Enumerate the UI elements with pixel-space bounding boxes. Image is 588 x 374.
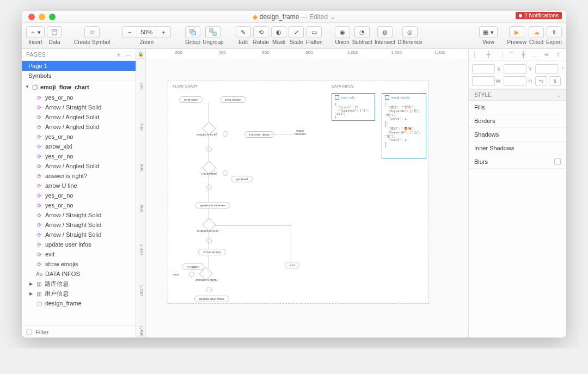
node-init-user[interactable]: init user datas: [244, 131, 274, 138]
zoom-in-button[interactable]: ＋: [156, 26, 171, 38]
ruler-vertical[interactable]: 2004006008001,0001,2001,400: [136, 59, 146, 338]
intersect-button[interactable]: ◍: [377, 26, 393, 38]
rotate-button[interactable]: ⟲: [253, 26, 268, 38]
style-section[interactable]: Borders: [469, 114, 566, 128]
collapse-pages-icon[interactable]: ︿: [125, 51, 132, 59]
node-update-user[interactable]: update user infos: [194, 296, 229, 302]
mask-button[interactable]: ◐: [271, 26, 286, 38]
zoom-out-button[interactable]: −: [122, 26, 137, 38]
layer-row[interactable]: ⟳yes_or_no: [22, 200, 136, 210]
disclosure-triangle-icon[interactable]: ▶: [29, 281, 33, 286]
distribute-v-icon[interactable]: ⇳: [554, 51, 562, 59]
ruler-lock-icon[interactable]: 🔒: [136, 49, 146, 59]
connector-6[interactable]: [189, 272, 194, 277]
disclosure-triangle-icon[interactable]: ▶: [29, 291, 33, 296]
page-row[interactable]: Page 1: [22, 61, 136, 71]
add-page-icon[interactable]: ＋: [115, 51, 122, 59]
blur-checkbox[interactable]: [554, 158, 561, 165]
node-emg-start[interactable]: emg start: [179, 96, 203, 103]
filter-input[interactable]: [35, 329, 131, 335]
align-right-icon[interactable]: ⎹: [496, 51, 504, 59]
zoom-value[interactable]: 50%: [137, 26, 156, 38]
subtract-button[interactable]: ◔: [354, 26, 370, 38]
layer-row[interactable]: ⟳Arrow / Straight Solid: [22, 102, 136, 112]
connector-1[interactable]: [223, 131, 228, 137]
layer-row[interactable]: ⟳update user infos: [22, 240, 136, 249]
layer-row[interactable]: ⟳Arrow / Angled Solid: [22, 122, 136, 132]
y-input[interactable]: [504, 64, 526, 74]
node-try-again[interactable]: try again: [182, 263, 204, 270]
cloud-button[interactable]: ☁: [529, 26, 544, 38]
layer-row[interactable]: ⟳yes_or_no: [22, 191, 136, 200]
notifications-badge[interactable]: 2 Notifications: [516, 12, 562, 19]
close-window-button[interactable]: [28, 14, 35, 20]
union-button[interactable]: ◉: [335, 26, 350, 38]
zoom-window-button[interactable]: [49, 14, 56, 20]
disclosure-triangle-icon[interactable]: ▼: [25, 84, 29, 89]
flip-h-button[interactable]: ⇋: [535, 76, 547, 86]
data-card-user-info[interactable]: user_info { "score": 13, "finished": ["1…: [332, 93, 375, 121]
layer-row[interactable]: ⟳arrow_xixi: [22, 142, 136, 151]
node-show-emojis[interactable]: show emojis: [198, 249, 226, 255]
h-input[interactable]: [504, 76, 526, 86]
data-button[interactable]: [47, 26, 62, 38]
connector-4[interactable]: [206, 185, 212, 190]
export-button[interactable]: ⇪: [547, 26, 562, 38]
layer-row[interactable]: ⟳exit: [22, 249, 136, 259]
scale-button[interactable]: ⤢: [289, 26, 304, 38]
align-center-v-icon[interactable]: ╋: [519, 51, 527, 59]
layer-row[interactable]: AaDATA INFOS: [22, 269, 136, 279]
distribute-h-icon[interactable]: ⇹: [543, 51, 550, 59]
layer-row[interactable]: ▶▥用户信息: [22, 289, 136, 298]
layer-row[interactable]: ▢design_frame: [22, 298, 136, 308]
style-section[interactable]: Shadows: [469, 128, 566, 142]
rotation-input[interactable]: [535, 64, 558, 74]
filter-icon[interactable]: [26, 329, 32, 335]
connector-3[interactable]: [223, 170, 228, 176]
node-get-level[interactable]: get level: [231, 176, 253, 182]
style-section[interactable]: Fills: [469, 101, 566, 114]
style-section[interactable]: Inner Shadows: [469, 142, 566, 155]
connector-7[interactable]: [206, 287, 212, 292]
style-collapse-icon[interactable]: ⌄: [556, 92, 561, 98]
ungroup-button[interactable]: [205, 26, 220, 38]
layers-root[interactable]: ▼ ▢ emoji_flow_chart: [22, 81, 136, 93]
align-center-h-icon[interactable]: ┿: [485, 51, 492, 59]
group-button[interactable]: [185, 26, 200, 38]
preview-button[interactable]: ▶: [509, 26, 524, 38]
w-input[interactable]: [472, 76, 495, 86]
x-input[interactable]: [472, 64, 495, 74]
layer-row[interactable]: ⟳Arrow / Angled Solid: [22, 161, 136, 171]
flatten-button[interactable]: ▭: [307, 26, 322, 38]
style-section[interactable]: Blurs: [469, 155, 566, 169]
layer-row[interactable]: ⟳answer is right?: [22, 171, 136, 181]
layer-row[interactable]: ⟳arrow U line: [22, 181, 136, 191]
layer-row[interactable]: ⟳yes_or_no: [22, 93, 136, 102]
create-symbol-button[interactable]: ⟳: [84, 26, 100, 38]
align-bottom-icon[interactable]: ⎵: [531, 51, 539, 59]
align-top-icon[interactable]: ⎴: [508, 51, 516, 59]
layer-list[interactable]: ⟳yes_or_no⟳Arrow / Straight Solid⟳Arrow …: [22, 93, 136, 326]
minimize-window-button[interactable]: [39, 14, 45, 20]
canvas[interactable]: FLOW CHART DATA INFOS emg start emg rest…: [146, 59, 468, 338]
layer-row[interactable]: ⟳Arrow / Angled Solid: [22, 112, 136, 122]
artboard[interactable]: FLOW CHART DATA INFOS emg start emg rest…: [168, 81, 429, 304]
flip-v-button[interactable]: ⥮: [549, 76, 561, 86]
connector-5[interactable]: [206, 238, 212, 243]
insert-button[interactable]: ＋ ▾: [26, 26, 45, 38]
view-button[interactable]: ▦ ▾: [479, 26, 497, 38]
node-emg-restart[interactable]: emg restart: [220, 96, 246, 103]
data-card-emoji-words[interactable]: emoji_words [ "成语": "✂️🐔", "keywords": […: [382, 93, 426, 158]
edit-button[interactable]: ✎: [236, 26, 251, 38]
node-generate-indexes[interactable]: generate indexes: [195, 202, 230, 209]
layer-row[interactable]: ⟳yes_or_no: [22, 151, 136, 161]
layer-row[interactable]: ⟳show emojis: [22, 259, 136, 269]
layer-row[interactable]: ⟳Arrow / Straight Solid: [22, 210, 136, 220]
node-exit[interactable]: exit: [285, 262, 299, 268]
layer-row[interactable]: ⟳Arrow / Straight Solid: [22, 220, 136, 230]
page-row[interactable]: Symbols: [22, 71, 136, 81]
layer-row[interactable]: ⟳Arrow / Straight Solid: [22, 230, 136, 240]
layer-row[interactable]: ⟳yes_or_no: [22, 132, 136, 142]
layer-row[interactable]: ▶▥题库信息: [22, 279, 136, 289]
difference-button[interactable]: ◎: [402, 26, 418, 38]
